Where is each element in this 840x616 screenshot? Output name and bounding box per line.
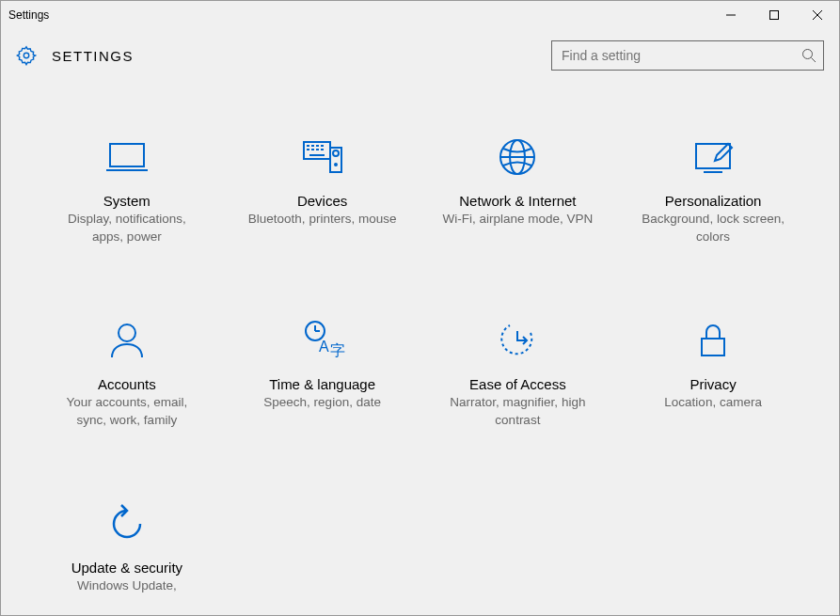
tile-desc: Wi-Fi, airplane mode, VPN	[442, 211, 593, 229]
svg-line-6	[812, 58, 816, 63]
tile-title: Network & Internet	[459, 193, 576, 209]
tile-title: Accounts	[98, 376, 156, 392]
tile-title: System	[103, 193, 151, 209]
content-scroll[interactable]: System Display, notifications, apps, pow…	[1, 89, 839, 615]
tile-network[interactable]: Network & Internet Wi-Fi, airplane mode,…	[430, 127, 607, 254]
svg-point-21	[335, 164, 337, 166]
tile-time-language[interactable]: A 字 Time & language Speech, region, date	[234, 310, 411, 437]
ease-of-access-icon	[495, 318, 540, 363]
privacy-icon	[690, 318, 736, 363]
tile-ease-of-access[interactable]: Ease of Access Narrator, magnifier, high…	[430, 310, 607, 437]
gear-icon	[16, 45, 37, 66]
tile-desc: Background, lock screen, colors	[638, 211, 788, 246]
tile-title: Devices	[297, 193, 347, 209]
svg-text:字: 字	[330, 342, 345, 358]
tile-desc: Location, camera	[664, 394, 762, 412]
svg-point-20	[333, 150, 339, 156]
time-language-icon: A 字	[300, 318, 345, 363]
tile-system[interactable]: System Display, notifications, apps, pow…	[39, 127, 215, 254]
tile-privacy[interactable]: Privacy Location, camera	[625, 310, 801, 437]
tile-accounts[interactable]: Accounts Your accounts, email, sync, wor…	[39, 310, 215, 437]
tile-title: Privacy	[690, 376, 737, 392]
tile-desc: Your accounts, email, sync, work, family	[52, 394, 202, 430]
tile-title: Ease of Access	[469, 376, 566, 392]
tile-desc: Display, notifications, apps, power	[52, 211, 202, 246]
tile-desc: Windows Update,	[77, 577, 177, 595]
svg-text:A: A	[319, 339, 329, 355]
window-controls	[709, 1, 839, 29]
tile-desc: Speech, region, date	[263, 394, 381, 412]
accounts-icon	[104, 318, 150, 363]
svg-rect-33	[702, 339, 724, 355]
page-title: SETTINGS	[52, 48, 134, 64]
tile-desc: Bluetooth, printers, mouse	[248, 211, 397, 229]
update-security-icon	[104, 501, 150, 546]
svg-rect-1	[770, 11, 779, 20]
window-titlebar: Settings	[1, 1, 839, 29]
window-title: Settings	[8, 8, 49, 22]
personalization-icon	[690, 134, 736, 180]
close-button[interactable]	[796, 1, 839, 29]
system-icon	[104, 134, 150, 180]
devices-icon	[300, 134, 345, 180]
tile-desc: Narrator, magnifier, high contrast	[442, 394, 593, 430]
search-container	[551, 40, 824, 71]
tile-title: Update & security	[71, 560, 182, 576]
page-header: SETTINGS	[1, 29, 839, 89]
svg-point-27	[119, 324, 135, 341]
svg-point-5	[803, 50, 813, 59]
network-icon	[495, 134, 540, 180]
tile-title: Personalization	[665, 193, 762, 209]
tile-title: Time & language	[269, 376, 375, 392]
tile-devices[interactable]: Devices Bluetooth, printers, mouse	[234, 127, 411, 254]
svg-point-4	[24, 53, 29, 58]
settings-grid: System Display, notifications, apps, pow…	[39, 127, 801, 602]
tile-personalization[interactable]: Personalization Background, lock screen,…	[625, 127, 801, 254]
search-input[interactable]	[551, 40, 824, 71]
search-icon[interactable]	[801, 48, 816, 63]
svg-rect-7	[110, 144, 144, 166]
minimize-button[interactable]	[709, 1, 753, 29]
tile-update-security[interactable]: Update & security Windows Update,	[39, 494, 215, 603]
maximize-button[interactable]	[753, 1, 796, 29]
